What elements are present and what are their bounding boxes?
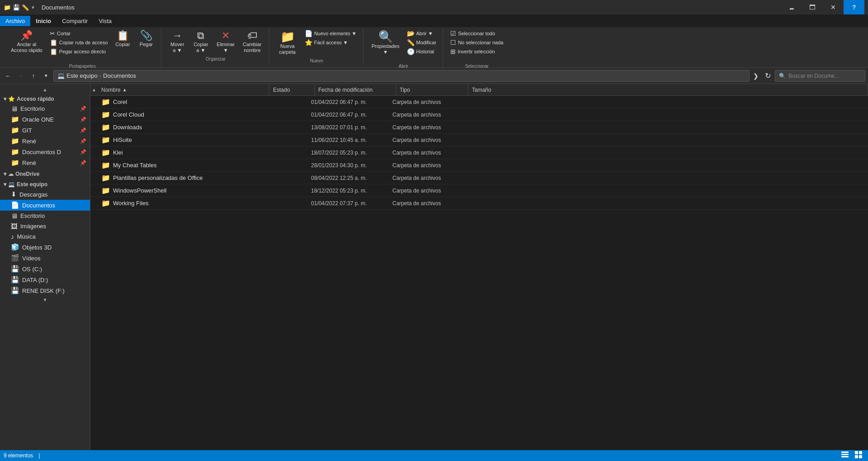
search-box[interactable]: 🔍 Buscar en Docume... <box>775 70 865 82</box>
rene-disk-icon: 💾 <box>11 287 19 295</box>
minimize-button[interactable]: 🗕 <box>781 0 802 14</box>
anclar-label: Anclar alAcceso rápido <box>11 42 42 53</box>
propiedades-icon: 🔍 <box>378 31 393 42</box>
close-button[interactable]: ✕ <box>823 0 844 14</box>
col-nombre-header[interactable]: Nombre ▲ <box>98 84 269 95</box>
menu-compartir[interactable]: Compartir <box>57 16 93 26</box>
path-icon: 💻 <box>57 72 65 79</box>
copiar-button[interactable]: 📋 Copiar <box>111 29 134 49</box>
help-button[interactable]: ? <box>844 0 864 14</box>
anclar-button[interactable]: 📌 Anclar alAcceso rápido <box>7 29 46 55</box>
sidebar-item-documentos[interactable]: 📄 Documentos <box>0 200 90 211</box>
address-dropdown-button[interactable]: ❯ <box>751 70 760 82</box>
escritorio-pin-icon: 📌 <box>80 106 86 112</box>
table-row[interactable]: 📁 WindowsPowerShell 18/12/2022 05:23 p. … <box>90 184 868 197</box>
sidebar-item-rene[interactable]: 📁 René 📌 <box>0 136 90 146</box>
svg-rect-3 <box>855 451 858 454</box>
recent-locations-button[interactable]: ▾ <box>41 71 52 81</box>
refresh-button[interactable]: ↻ <box>762 71 773 81</box>
table-row[interactable]: 📁 Corel 01/04/2022 06:47 p. m. Carpeta d… <box>90 96 868 108</box>
path-item-2[interactable]: Documentos <box>103 72 136 79</box>
sidebar-item-git[interactable]: 📁 GIT 📌 <box>0 125 90 136</box>
copiar-a-button[interactable]: ⧉ Copiara ▼ <box>189 29 212 55</box>
invertir-seleccion-button[interactable]: ⊞ Invertir selección <box>448 47 506 56</box>
abrir-button[interactable]: 📂 Abrir ▼ <box>404 29 439 38</box>
up-button[interactable]: ↑ <box>28 71 39 81</box>
sidebar-item-objetos3d[interactable]: 🧊 Objetos 3D <box>0 242 90 253</box>
col-fecha-header[interactable]: Fecha de modificación <box>315 84 396 95</box>
table-row[interactable]: 📁 Klei 18/07/2022 05:23 p. m. Carpeta de… <box>90 146 868 159</box>
pegar-button[interactable]: 📎 Pegar <box>135 29 157 49</box>
sidebar-item-musica[interactable]: ♪ Música <box>0 231 90 242</box>
sidebar-section-acceso-rapido[interactable]: ▾ ⭐ Acceso rápido <box>0 93 90 103</box>
historial-button[interactable]: 🕐 Historial <box>404 47 439 56</box>
table-row[interactable]: 📁 Plantillas personalizadas de Office 08… <box>90 172 868 184</box>
sidebar-item-escritorio[interactable]: 🖥 Escritorio 📌 <box>0 103 90 114</box>
seleccionar-todo-button[interactable]: ☑ Seleccionar todo <box>448 29 506 38</box>
no-seleccionar-button[interactable]: ☐ No seleccionar nada <box>448 38 506 47</box>
col-nombre-sort-icon: ▲ <box>123 87 127 92</box>
title-bar-dropdown[interactable]: ▼ <box>31 5 35 10</box>
ribbon-buttons-seleccionar: ☑ Seleccionar todo ☐ No seleccionar nada… <box>448 29 506 62</box>
sidebar-item-data-d[interactable]: 💾 DATA (D:) <box>0 274 90 285</box>
modificar-button[interactable]: ✏️ Modificar <box>404 38 439 47</box>
sidebar-item-videos[interactable]: 🎬 Vídeos <box>0 253 90 263</box>
ribbon-clipboard-small: ✂ Cortar 📋 Copiar ruta de acceso 📋 Pegar… <box>47 29 111 56</box>
menu-vista[interactable]: Vista <box>93 16 117 26</box>
propiedades-button[interactable]: 🔍 Propiedades▼ <box>368 29 403 57</box>
sidebar-scroll-up[interactable]: ▲ <box>0 86 90 93</box>
cambiar-nombre-button[interactable]: 🏷 Cambiarnombre <box>239 29 265 55</box>
sidebar-section-este-equipo[interactable]: ▾ 💻 Este equipo <box>0 179 90 189</box>
nuevo-elemento-button[interactable]: 📄 Nuevo elemento ▼ <box>302 29 359 38</box>
col-nombre-label: Nombre <box>101 87 121 93</box>
sidebar-item-imagenes[interactable]: 🖼 Imágenes <box>0 221 90 231</box>
menu-archivo[interactable]: Archivo <box>0 16 30 26</box>
facil-acceso-button[interactable]: ⭐ Fácil acceso ▼ <box>302 38 359 47</box>
copiar-ruta-button[interactable]: 📋 Copiar ruta de acceso <box>47 38 111 47</box>
sidebar-item-documentos-d[interactable]: 📁 Documentos D 📌 <box>0 146 90 157</box>
maximize-button[interactable]: 🗖 <box>802 0 823 14</box>
sidebar-item-oracle[interactable]: 📁 Oracle ONE 📌 <box>0 114 90 125</box>
musica-icon: ♪ <box>11 233 14 240</box>
col-fecha-label: Fecha de modificación <box>318 87 373 93</box>
table-row[interactable]: 📁 My Cheat Tables 28/01/2023 04:30 p. m.… <box>90 159 868 172</box>
escritorio-icon: 🖥 <box>11 105 18 113</box>
col-tamano-header[interactable]: Tamaño <box>468 84 868 95</box>
sidebar-item-descargas[interactable]: ⬇ Descargas <box>0 189 90 200</box>
mover-label: Movera ▼ <box>170 42 184 53</box>
view-grid-button[interactable] <box>853 450 864 461</box>
address-path[interactable]: 💻 Este equipo › Documentos <box>53 70 750 82</box>
col-tipo-header[interactable]: Tipo <box>396 84 468 95</box>
col-header-scroll-up[interactable]: ▲ <box>90 84 98 96</box>
back-button[interactable]: ← <box>3 71 14 81</box>
no-sel-label: No seleccionar nada <box>458 40 503 45</box>
sidebar-item-rene-disk[interactable]: 💾 RENE DISK (F:) <box>0 285 90 296</box>
objetos3d-icon: 🧊 <box>11 243 19 251</box>
ribbon-buttons-nuevo: 📁 Nuevacarpeta 📄 Nuevo elemento ▼ ⭐ Fáci… <box>274 29 359 57</box>
eliminar-button[interactable]: ✕ Eliminar▼ <box>213 29 238 55</box>
pegar-acceso-button[interactable]: 📋 Pegar acceso directo <box>47 47 111 56</box>
sidebar-scroll-down[interactable]: ▼ <box>0 296 90 303</box>
sidebar-item-os-c[interactable]: 💾 OS (C:) <box>0 263 90 274</box>
menu-inicio[interactable]: Inicio <box>30 16 57 26</box>
sidebar-item-rene2[interactable]: 📁 René 📌 <box>0 157 90 168</box>
folder-icon: 📁 <box>101 98 110 106</box>
col-estado-header[interactable]: Estado <box>269 84 315 95</box>
sidebar-section-onedrive[interactable]: ▾ ☁ OneDrive <box>0 168 90 179</box>
nueva-carpeta-button[interactable]: 📁 Nuevacarpeta <box>274 29 301 57</box>
table-row[interactable]: 📁 Corel Cloud 01/04/2022 06:47 p. m. Car… <box>90 108 868 121</box>
rene2-pin-icon: 📌 <box>80 160 86 166</box>
table-row[interactable]: 📁 Downloads 13/08/2022 07:01 p. m. Carpe… <box>90 121 868 134</box>
table-row[interactable]: 📁 HiSuite 11/06/2022 10:45 a. m. Carpeta… <box>90 134 868 146</box>
file-name: Working Files <box>113 200 149 207</box>
search-icon: 🔍 <box>779 73 786 79</box>
forward-button[interactable]: → <box>15 71 26 81</box>
table-row[interactable]: 📁 Working Files 01/04/2022 07:37 p. m. C… <box>90 197 868 210</box>
view-list-button[interactable] <box>839 450 851 461</box>
cortar-button[interactable]: ✂ Cortar <box>47 29 111 38</box>
mover-button[interactable]: → Movera ▼ <box>166 29 189 55</box>
rene-icon: 📁 <box>11 137 19 145</box>
path-item-1[interactable]: Este equipo <box>66 72 98 79</box>
sidebar-item-escritorio2[interactable]: 🖥 Escritorio <box>0 211 90 221</box>
file-type: Carpeta de archivos <box>389 175 461 181</box>
